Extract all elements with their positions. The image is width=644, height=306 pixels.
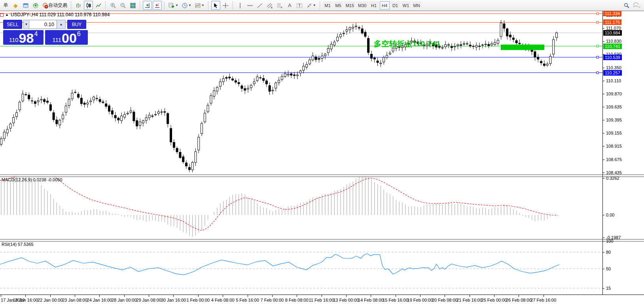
volume-input[interactable]: 0.10 [29, 20, 57, 29]
chart-collapse-icon[interactable]: ▲ [5, 13, 9, 17]
line-chart-button[interactable] [94, 1, 103, 10]
search-button[interactable] [622, 1, 631, 10]
timeframe-h1-button[interactable]: H1 [369, 1, 379, 10]
candle-body [244, 89, 246, 90]
chat-button[interactable] [632, 1, 641, 10]
candle-body [37, 101, 39, 102]
time-axis[interactable]: 17 Jan 201918 Jan 16:0022 Jan 00:0023 Ja… [0, 295, 644, 306]
candle-body [367, 38, 369, 53]
volume-decrease-button[interactable]: ▼ [23, 20, 29, 29]
candle-body [235, 81, 237, 82]
terminal-button[interactable] [21, 1, 30, 10]
green-highlight-rectangle[interactable] [501, 45, 544, 50]
candle-body [479, 46, 481, 47]
timeframe-mn-button[interactable]: MN [412, 1, 422, 10]
candle-body [74, 92, 76, 93]
macd-scale-tick [603, 178, 604, 179]
candle-body [93, 97, 95, 100]
chart-title: ▲ USDJPY-,H4 111.029 111.040 110.976 110… [1, 12, 110, 17]
timeframe-d1-button[interactable]: D1 [390, 1, 400, 10]
tile-windows-button[interactable] [128, 1, 137, 10]
autotrading-button[interactable]: 自动交易 [41, 1, 68, 10]
new-order-button[interactable]: 单 [1, 1, 10, 10]
candle-body [195, 152, 197, 162]
indicators-button[interactable]: ▼ [167, 1, 180, 10]
toolbar-separator [233, 2, 233, 10]
buy-button[interactable]: BUY [67, 20, 86, 29]
candle-body [49, 105, 51, 110]
candle-body [25, 95, 27, 95]
text-tool-button[interactable]: A [285, 1, 294, 10]
crosshair-button[interactable] [221, 1, 230, 10]
fibonacci-tool-button[interactable]: F [275, 1, 284, 10]
timeframe-m1-button[interactable]: M1 [323, 1, 333, 10]
signals-button[interactable] [31, 1, 40, 10]
rsi-indicator-pane[interactable] [0, 241, 602, 295]
pane-separator[interactable] [0, 239, 644, 241]
svg-text:F: F [281, 6, 282, 9]
timeframe-w1-button[interactable]: W1 [401, 1, 411, 10]
hline-handle[interactable] [597, 56, 599, 58]
candle-body [543, 64, 545, 65]
sell-price-button[interactable]: 110 98 4 [3, 30, 44, 45]
turning-point-annotation[interactable]: 多空转折点110.741 [374, 39, 441, 49]
timeframe-m15-button[interactable]: M15 [344, 1, 356, 10]
candle-body [299, 71, 301, 73]
macd-scale-tick [603, 215, 604, 215]
price-badge-111.334: 111.334 [603, 11, 621, 16]
buy-price-main: 00 [62, 32, 77, 44]
price-badge-110.984: 110.984 [603, 30, 622, 36]
gold-seal-button[interactable]: ◆ [11, 1, 20, 10]
channel-tool-button[interactable]: E [265, 1, 275, 10]
zoom-out-button[interactable] [118, 1, 127, 10]
macd-signal-line [0, 177, 558, 230]
vertical-line-tool-button[interactable] [236, 1, 245, 10]
candle-body [259, 78, 261, 78]
volume-increase-button[interactable]: ▲ [57, 20, 66, 29]
candle-body [34, 102, 36, 104]
zoom-in-button[interactable] [108, 1, 117, 10]
time-tick-mark [223, 295, 223, 297]
candle-body [371, 54, 373, 59]
rsi-scale-tick [603, 288, 604, 289]
pane-separator[interactable] [0, 175, 644, 177]
timeframe-m5-button[interactable]: M5 [333, 1, 343, 10]
hline-handle[interactable] [597, 72, 599, 74]
time-tick-mark [544, 295, 544, 297]
hline-handle[interactable] [597, 21, 599, 23]
periods-button[interactable]: ▼ [180, 1, 193, 10]
auto-scroll-button[interactable] [143, 1, 152, 10]
sell-button[interactable]: SELL [3, 20, 22, 29]
candle-body [9, 124, 11, 128]
buy-price-button[interactable]: 111 00 6 [45, 30, 88, 45]
chart-shift-button[interactable] [153, 1, 162, 10]
timeframe-h4-button[interactable]: H4 [380, 1, 390, 10]
arrows-tool-button[interactable]: ▼ [305, 1, 317, 10]
rsi-scale-label: 15 [606, 286, 611, 291]
cursor-button[interactable] [211, 1, 220, 10]
time-tick-mark [519, 295, 519, 297]
candlestick-chart-button[interactable] [84, 1, 93, 10]
candle-body [47, 101, 49, 102]
price-tick-mark [603, 28, 604, 29]
candle-body [3, 132, 5, 139]
timeframe-m30-button[interactable]: M30 [356, 1, 368, 10]
horizontal-line-tool-button[interactable] [246, 1, 255, 10]
price-axis[interactable]: 111.310111.070110.830110.590110.350110.1… [602, 11, 644, 303]
macd-indicator-pane[interactable] [0, 177, 602, 239]
time-tick-mark [371, 295, 371, 297]
candle-body [457, 45, 459, 46]
price-tick-mark [603, 107, 604, 107]
hline-handle[interactable] [597, 13, 599, 15]
templates-button[interactable]: ▼ [193, 1, 206, 10]
time-tick-mark [346, 295, 347, 297]
hline-handle[interactable] [597, 45, 599, 47]
chart-window-icon [0, 13, 4, 17]
time-tick-mark [198, 295, 199, 297]
main-price-chart[interactable] [0, 11, 602, 175]
trendline-tool-button[interactable] [256, 1, 265, 10]
bar-chart-button[interactable] [74, 1, 83, 10]
candle-body [463, 44, 465, 44]
candle-body [238, 82, 240, 84]
label-tool-button[interactable]: T [295, 1, 304, 10]
